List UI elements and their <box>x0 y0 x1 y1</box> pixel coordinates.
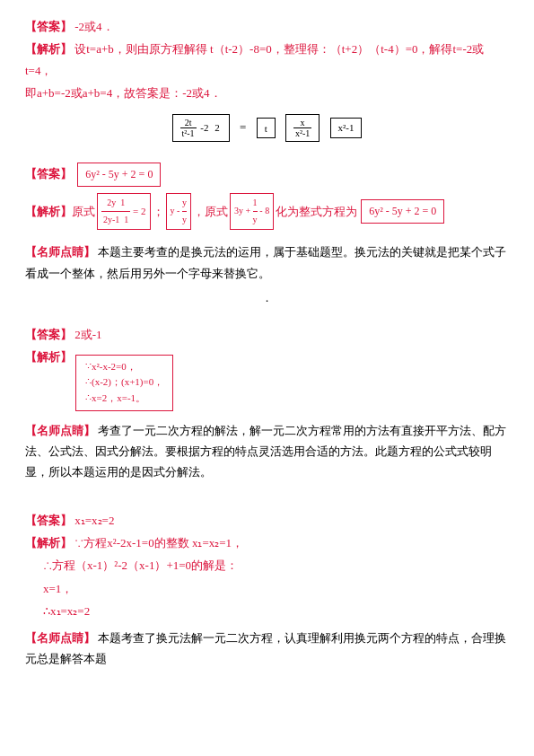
teacher-line-3: 【名师点睛】 考查了一元二次方程的解法，解一元二次方程常用的方法有直接开平方法、… <box>25 420 509 483</box>
solution-block-3: 【解析】 ∵x²-x-2=0， ∴(x-2)；(x+1)=0， ∴x=2，x=-… <box>25 349 509 417</box>
sol-text-4d: ∴x₁=x₂=2 <box>43 604 90 618</box>
solution-line-4c: x=1， <box>25 578 509 599</box>
page: 【答案】 -2或4． 【解析】 设t=a+b，则由原方程解得 t（t-2）-8=… <box>0 0 534 756</box>
teacher-text-4: 本题考查了换元法解一元二次方程，认真理解利用换元两个方程的特点，合理换元总是解答… <box>25 631 506 665</box>
answer-value-3: 2或-1 <box>74 328 101 341</box>
sol-text-4a: ∵方程x²-2x-1=0的整数 x₁=x₂=1， <box>74 536 243 549</box>
answer-line-1: 【答案】 -2或4． <box>25 16 509 37</box>
piecewise-block-3: ∵x²-x-2=0， ∴(x-2)；(x+1)=0， ∴x=2，x=-1。 <box>75 355 173 411</box>
solution-label-4: 【解析】 <box>25 536 72 549</box>
solution-text-1b: 即a+b=-2或a+b=4，故答案是：-2或4． <box>25 86 222 100</box>
section-4: 【答案】 x₁=x₂=2 【解析】 ∵方程x²-2x-1=0的整数 x₁=x₂=… <box>25 499 509 670</box>
solution-line-2: 【解析】 原式 2y 1 2y-1 1 = 2 ； y - y y ，原式 3y… <box>25 192 509 231</box>
solution-line-1b: 即a+b=-2或a+b=4，故答案是：-2或4． <box>25 83 509 103</box>
answer-label-4: 【答案】 <box>25 514 72 527</box>
formulas-row-1: 2t t²-1 -2 2 = t x x²-1 <box>25 111 509 145</box>
solution-label-1: 【解析】 <box>25 42 72 56</box>
teacher-label-3: 【名师点睛】 <box>25 424 95 437</box>
teacher-text-3: 考查了一元二次方程的解法，解一元二次方程常用的方法有直接开平方法、配方法、公式法… <box>25 424 506 479</box>
teacher-line-4: 【名师点睛】 本题考查了换元法解一元二次方程，认真理解利用换元两个方程的特点，合… <box>25 628 509 670</box>
formula-box-1b: t <box>257 118 276 138</box>
solution-label-3: 【解析】 <box>25 349 72 365</box>
result-box-2: 6y² - 5y + 2 = 0 <box>361 199 444 224</box>
answer-value-2: 6y² - 5y + 2 = 0 <box>77 163 161 188</box>
solution-line-1: 【解析】 设t=a+b，则由原方程解得 t（t-2）-8=0，整理得：（t+2）… <box>25 39 509 81</box>
teacher-label-2: 【名师点睛】 <box>25 245 95 259</box>
piecewise-line-3a: ∵x²-x-2=0， <box>85 359 163 375</box>
section-1: 【答案】 -2或4． 【解析】 设t=a+b，则由原方程解得 t（t-2）-8=… <box>25 16 509 145</box>
sol-text-2a: 原式 <box>72 201 95 222</box>
answer-label-1: 【答案】 <box>25 20 72 33</box>
teacher-line-2: 【名师点睛】 本题主要考查的是换元法的运用，属于基础题型。换元法的关键就是把某个… <box>25 242 509 284</box>
answer-line-2: 【答案】 6y² - 5y + 2 = 0 <box>25 161 509 189</box>
teacher-label-4: 【名师点睛】 <box>25 631 95 645</box>
teacher-text-2: 本题主要考查的是换元法的运用，属于基础题型。换元法的关键就是把某个式子看成一个整… <box>25 245 506 279</box>
solution-line-4d: ∴x₁=x₂=2 <box>25 601 509 621</box>
section-3: 【答案】 2或-1 【解析】 ∵x²-x-2=0， ∴(x-2)；(x+1)=0… <box>25 324 509 482</box>
dot-line-2: ． <box>25 287 509 308</box>
answer-label-3: 【答案】 <box>25 328 72 341</box>
solution-text-1: 设t=a+b，则由原方程解得 t（t-2）-8=0，整理得：（t+2）（t-4）… <box>25 42 484 76</box>
answer-line-3: 【答案】 2或-1 <box>25 324 509 345</box>
answer-line-4: 【答案】 x₁=x₂=2 <box>25 510 509 531</box>
sol-text-4c: x=1， <box>43 582 73 595</box>
equals-sign-1: = <box>240 120 246 134</box>
solution-line-4a: 【解析】 ∵方程x²-2x-1=0的整数 x₁=x₂=1， <box>25 532 509 553</box>
sol-text-2b: ； <box>153 201 164 222</box>
sol-text-2d: 化为整式方程为 <box>276 201 357 222</box>
formula-box-1a: 2t t²-1 -2 2 <box>172 114 230 142</box>
piecewise-line-3b: ∴(x-2)；(x+1)=0， <box>85 374 163 391</box>
section-2: 【答案】 6y² - 5y + 2 = 0 【解析】 原式 2y 1 2y-1 … <box>25 161 509 309</box>
formula-2a: 2y 1 2y-1 1 = 2 <box>97 193 151 230</box>
answer-value-1: -2或4． <box>74 20 113 33</box>
sol-text-4b: ∴方程（x-1）²-2（x-1）+1=0的解是： <box>43 558 238 572</box>
dot-separator: ． <box>261 291 273 304</box>
piecewise-line-3c: ∴x=2，x=-1。 <box>85 391 163 407</box>
sol-text-2c: ，原式 <box>193 201 228 222</box>
formula-box-1d: x²-1 <box>330 118 363 138</box>
formula-box-1c: x x²-1 <box>285 114 320 142</box>
solution-label-2: 【解析】 <box>25 201 72 222</box>
solution-line-4b: ∴方程（x-1）²-2（x-1）+1=0的解是： <box>25 555 509 576</box>
formula-2b: y - y y <box>166 193 191 230</box>
answer-label-2: 【答案】 <box>25 166 72 180</box>
formula-2c: 3y + 1 y - 8 <box>230 193 274 230</box>
answer-value-4: x₁=x₂=2 <box>74 514 114 527</box>
